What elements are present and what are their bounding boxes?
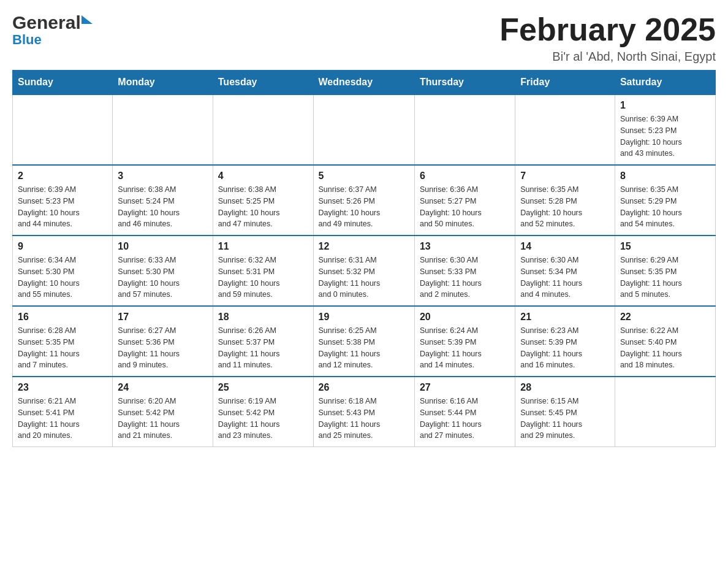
day-number: 26 [319, 382, 409, 393]
day-info: Sunrise: 6:33 AM Sunset: 5:30 PM Dayligh… [118, 255, 207, 301]
day-number: 2 [18, 170, 107, 182]
page-header: General Blue February 2025 Bi'r al 'Abd,… [12, 12, 716, 64]
calendar-header-row: SundayMondayTuesdayWednesdayThursdayFrid… [13, 71, 716, 95]
calendar-cell [13, 94, 113, 165]
day-number: 5 [319, 170, 409, 182]
calendar-cell: 19Sunrise: 6:25 AM Sunset: 5:38 PM Dayli… [313, 306, 414, 377]
location-title: Bi'r al 'Abd, North Sinai, Egypt [499, 50, 716, 64]
calendar-cell [113, 94, 213, 165]
calendar-cell: 18Sunrise: 6:26 AM Sunset: 5:37 PM Dayli… [213, 306, 313, 377]
day-info: Sunrise: 6:35 AM Sunset: 5:29 PM Dayligh… [620, 184, 710, 230]
calendar-cell: 1Sunrise: 6:39 AM Sunset: 5:23 PM Daylig… [615, 94, 715, 165]
calendar-cell: 2Sunrise: 6:39 AM Sunset: 5:23 PM Daylig… [13, 165, 113, 236]
calendar-cell [515, 94, 615, 165]
calendar-day-header: Wednesday [313, 71, 414, 95]
calendar-day-header: Saturday [615, 71, 715, 95]
day-number: 17 [118, 312, 207, 323]
day-number: 10 [118, 241, 207, 252]
day-number: 20 [420, 312, 510, 323]
day-info: Sunrise: 6:32 AM Sunset: 5:31 PM Dayligh… [218, 255, 308, 301]
calendar-cell: 24Sunrise: 6:20 AM Sunset: 5:42 PM Dayli… [113, 377, 213, 447]
calendar-cell [615, 377, 715, 447]
day-info: Sunrise: 6:24 AM Sunset: 5:39 PM Dayligh… [420, 325, 510, 371]
day-info: Sunrise: 6:22 AM Sunset: 5:40 PM Dayligh… [620, 325, 710, 371]
calendar-cell [213, 94, 313, 165]
day-number: 14 [520, 241, 610, 252]
calendar-cell: 6Sunrise: 6:36 AM Sunset: 5:27 PM Daylig… [414, 165, 515, 236]
day-info: Sunrise: 6:23 AM Sunset: 5:39 PM Dayligh… [520, 325, 610, 371]
day-info: Sunrise: 6:37 AM Sunset: 5:26 PM Dayligh… [319, 184, 409, 230]
day-number: 19 [319, 312, 409, 323]
day-number: 3 [118, 170, 207, 182]
calendar-cell: 3Sunrise: 6:38 AM Sunset: 5:24 PM Daylig… [113, 165, 213, 236]
calendar-cell: 26Sunrise: 6:18 AM Sunset: 5:43 PM Dayli… [313, 377, 414, 447]
day-number: 21 [520, 312, 610, 323]
day-number: 27 [420, 382, 510, 393]
calendar-cell: 12Sunrise: 6:31 AM Sunset: 5:32 PM Dayli… [313, 236, 414, 306]
calendar-cell [414, 94, 515, 165]
calendar-week-row: 9Sunrise: 6:34 AM Sunset: 5:30 PM Daylig… [13, 236, 716, 306]
day-info: Sunrise: 6:19 AM Sunset: 5:42 PM Dayligh… [218, 396, 308, 442]
day-number: 6 [420, 170, 510, 182]
day-info: Sunrise: 6:38 AM Sunset: 5:25 PM Dayligh… [218, 184, 308, 230]
day-info: Sunrise: 6:31 AM Sunset: 5:32 PM Dayligh… [319, 255, 409, 301]
calendar-cell: 13Sunrise: 6:30 AM Sunset: 5:33 PM Dayli… [414, 236, 515, 306]
calendar-cell: 7Sunrise: 6:35 AM Sunset: 5:28 PM Daylig… [515, 165, 615, 236]
calendar-cell: 23Sunrise: 6:21 AM Sunset: 5:41 PM Dayli… [13, 377, 113, 447]
day-number: 18 [218, 312, 308, 323]
logo: General Blue [12, 12, 93, 48]
day-info: Sunrise: 6:27 AM Sunset: 5:36 PM Dayligh… [118, 325, 207, 371]
calendar-cell: 27Sunrise: 6:16 AM Sunset: 5:44 PM Dayli… [414, 377, 515, 447]
day-info: Sunrise: 6:30 AM Sunset: 5:34 PM Dayligh… [520, 255, 610, 301]
calendar-cell: 10Sunrise: 6:33 AM Sunset: 5:30 PM Dayli… [113, 236, 213, 306]
calendar-cell: 16Sunrise: 6:28 AM Sunset: 5:35 PM Dayli… [13, 306, 113, 377]
calendar-cell [313, 94, 414, 165]
day-number: 4 [218, 170, 308, 182]
day-info: Sunrise: 6:39 AM Sunset: 5:23 PM Dayligh… [18, 184, 107, 230]
calendar-cell: 28Sunrise: 6:15 AM Sunset: 5:45 PM Dayli… [515, 377, 615, 447]
day-info: Sunrise: 6:26 AM Sunset: 5:37 PM Dayligh… [218, 325, 308, 371]
day-number: 1 [620, 100, 710, 111]
calendar-day-header: Friday [515, 71, 615, 95]
calendar-day-header: Sunday [13, 71, 113, 95]
day-info: Sunrise: 6:18 AM Sunset: 5:43 PM Dayligh… [319, 396, 409, 442]
calendar-cell: 25Sunrise: 6:19 AM Sunset: 5:42 PM Dayli… [213, 377, 313, 447]
day-info: Sunrise: 6:29 AM Sunset: 5:35 PM Dayligh… [620, 255, 710, 301]
calendar-cell: 5Sunrise: 6:37 AM Sunset: 5:26 PM Daylig… [313, 165, 414, 236]
day-info: Sunrise: 6:38 AM Sunset: 5:24 PM Dayligh… [118, 184, 207, 230]
day-number: 22 [620, 312, 710, 323]
calendar-cell: 22Sunrise: 6:22 AM Sunset: 5:40 PM Dayli… [615, 306, 715, 377]
day-info: Sunrise: 6:36 AM Sunset: 5:27 PM Dayligh… [420, 184, 510, 230]
day-number: 11 [218, 241, 308, 252]
day-info: Sunrise: 6:16 AM Sunset: 5:44 PM Dayligh… [420, 396, 510, 442]
calendar-day-header: Thursday [414, 71, 515, 95]
month-title: February 2025 [499, 12, 716, 47]
day-info: Sunrise: 6:34 AM Sunset: 5:30 PM Dayligh… [18, 255, 107, 301]
calendar-week-row: 2Sunrise: 6:39 AM Sunset: 5:23 PM Daylig… [13, 165, 716, 236]
logo-blue-text: Blue [12, 32, 42, 48]
day-number: 12 [319, 241, 409, 252]
calendar-cell: 17Sunrise: 6:27 AM Sunset: 5:36 PM Dayli… [113, 306, 213, 377]
title-area: February 2025 Bi'r al 'Abd, North Sinai,… [499, 12, 716, 64]
day-info: Sunrise: 6:35 AM Sunset: 5:28 PM Dayligh… [520, 184, 610, 230]
day-number: 23 [18, 382, 107, 393]
day-number: 28 [520, 382, 610, 393]
calendar-cell: 21Sunrise: 6:23 AM Sunset: 5:39 PM Dayli… [515, 306, 615, 377]
calendar-cell: 14Sunrise: 6:30 AM Sunset: 5:34 PM Dayli… [515, 236, 615, 306]
day-number: 8 [620, 170, 710, 182]
day-info: Sunrise: 6:30 AM Sunset: 5:33 PM Dayligh… [420, 255, 510, 301]
day-info: Sunrise: 6:20 AM Sunset: 5:42 PM Dayligh… [118, 396, 207, 442]
day-number: 7 [520, 170, 610, 182]
calendar-week-row: 23Sunrise: 6:21 AM Sunset: 5:41 PM Dayli… [13, 377, 716, 447]
calendar-cell: 8Sunrise: 6:35 AM Sunset: 5:29 PM Daylig… [615, 165, 715, 236]
day-number: 25 [218, 382, 308, 393]
calendar-cell: 4Sunrise: 6:38 AM Sunset: 5:25 PM Daylig… [213, 165, 313, 236]
day-number: 16 [18, 312, 107, 323]
calendar-cell: 15Sunrise: 6:29 AM Sunset: 5:35 PM Dayli… [615, 236, 715, 306]
day-info: Sunrise: 6:28 AM Sunset: 5:35 PM Dayligh… [18, 325, 107, 371]
calendar-cell: 9Sunrise: 6:34 AM Sunset: 5:30 PM Daylig… [13, 236, 113, 306]
calendar-day-header: Tuesday [213, 71, 313, 95]
calendar-cell: 20Sunrise: 6:24 AM Sunset: 5:39 PM Dayli… [414, 306, 515, 377]
calendar-week-row: 1Sunrise: 6:39 AM Sunset: 5:23 PM Daylig… [13, 94, 716, 165]
calendar-week-row: 16Sunrise: 6:28 AM Sunset: 5:35 PM Dayli… [13, 306, 716, 377]
